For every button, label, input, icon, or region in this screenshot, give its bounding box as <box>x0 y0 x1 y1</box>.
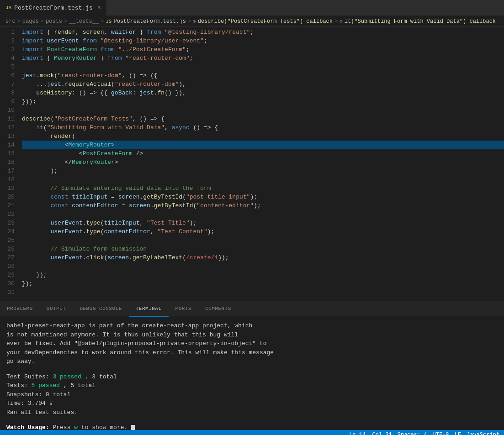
tab-ports[interactable]: PORTS <box>169 301 199 317</box>
code-line <box>22 236 504 245</box>
breadcrumb: src > pages > posts > __tests__ > JS Pos… <box>0 16 504 27</box>
bc-posts: posts <box>46 18 62 25</box>
code-line: jest.mock("react-router-dom", () => ({ <box>22 71 504 80</box>
bc-it: it("Submitting Form with Valid Data") ca… <box>345 18 496 25</box>
terminal-tests: Tests: 5 passed , 5 total <box>6 381 498 390</box>
tab-debug-console[interactable]: DEBUG CONSOLE <box>73 301 128 317</box>
terminal-suites: Test Suites: 3 passed , 3 total <box>6 372 498 382</box>
terminal-output-1: babel-preset-react-app is part of the cr… <box>6 321 498 330</box>
code-line: import { render, screen, waitFor } from … <box>22 28 504 37</box>
bc-tests: __tests__ <box>69 18 99 25</box>
terminal-time: Time: 3.704 s <box>6 399 498 408</box>
code-line: import PostCreateForm from "../PostCreat… <box>22 45 504 54</box>
panel-area: PROBLEMS OUTPUT DEBUG CONSOLE TERMINAL P… <box>0 301 504 430</box>
status-position: Ln 14, Col 31 <box>349 432 392 435</box>
code-line: }); <box>22 279 504 288</box>
terminal-ran: Ran all test suites. <box>6 408 498 417</box>
code-line: })); <box>22 97 504 106</box>
status-encoding: UTF-8 <box>433 432 449 435</box>
code-line: // Simulate entering valid data into the… <box>22 184 504 193</box>
panel-tabs: PROBLEMS OUTPUT DEBUG CONSOLE TERMINAL P… <box>0 301 504 317</box>
terminal-output-3: ever be fixed. Add "@babel/plugin-propos… <box>6 339 498 348</box>
code-line: import userEvent from "@testing-library/… <box>22 37 504 45</box>
terminal-blank2 <box>6 417 498 423</box>
code-line <box>22 63 504 71</box>
terminal-content: babel-preset-react-app is part of the cr… <box>0 317 504 430</box>
code-line-highlighted: <MemoryRouter> <box>22 141 504 149</box>
code-line: it("Submitting Form with Valid Data", as… <box>22 123 504 132</box>
code-line: // Simulate form submission <box>22 245 504 253</box>
editor: 1 2 3 4 5 6 7 8 9 10 11 12 13 14 15 16 1… <box>0 27 504 301</box>
code-line: userEvent.type(titleInput, "Test Title")… <box>22 219 504 227</box>
tab-terminal[interactable]: TERMINAL <box>129 301 169 317</box>
tab-output[interactable]: OUTPUT <box>40 301 73 317</box>
terminal-output-4: your devDependencies to work around this… <box>6 348 498 357</box>
bc-pages: pages <box>22 18 39 25</box>
code-line: render( <box>22 132 504 141</box>
status-spaces: Spaces: 4 <box>398 432 427 435</box>
terminal-cursor <box>131 425 135 430</box>
code-line: useHistory: () => ({ goBack: jest.fn() }… <box>22 89 504 97</box>
code-line: ...jest.requireActual("react-router-dom"… <box>22 80 504 89</box>
bc-filename: PostCreateForm.test.js <box>113 18 186 25</box>
code-line <box>22 262 504 271</box>
bc-src: src <box>5 18 16 25</box>
code-line: }); <box>22 271 504 279</box>
bc-describe: describe("PostCreateForm Tests") callbac… <box>198 18 333 25</box>
tab-problems[interactable]: PROBLEMS <box>0 301 40 317</box>
bc-it-icon: ⊙ <box>340 18 343 24</box>
code-line: </MemoryRouter> <box>22 158 504 167</box>
bc-js-icon: JS <box>106 19 111 24</box>
close-tab-button[interactable]: × <box>97 4 101 11</box>
code-line: import { MemoryRouter } from "react-rout… <box>22 54 504 63</box>
terminal-snapshots: Snapshots: 0 total <box>6 390 498 399</box>
tab-bar: JS PostCreateForm.test.js × <box>0 0 504 16</box>
status-eol: LF <box>455 432 461 435</box>
code-line <box>22 288 504 297</box>
file-tab[interactable]: JS PostCreateForm.test.js × <box>0 0 107 16</box>
status-language: JavaScript <box>467 432 499 435</box>
js-icon: JS <box>5 5 11 10</box>
code-line: const titleInput = screen.getByTestId("p… <box>22 193 504 201</box>
code-line: <PostCreateForm /> <box>22 149 504 158</box>
tab-comments[interactable]: COMMENTS <box>198 301 238 317</box>
code-line: describe("PostCreateForm Tests", () => { <box>22 115 504 123</box>
terminal-output-5: go away. <box>6 357 498 366</box>
code-line: ); <box>22 167 504 175</box>
code-line <box>22 175 504 184</box>
code-line <box>22 210 504 219</box>
code-line: const contentEditor = screen.getByTestId… <box>22 201 504 210</box>
code-line: userEvent.click(screen.getByLabelText(/c… <box>22 253 504 262</box>
status-bar: Ln 14, Col 31 Spaces: 4 UTF-8 LF JavaScr… <box>0 430 504 435</box>
bc-describe-icon: ⊙ <box>193 18 196 24</box>
terminal-blank <box>6 366 498 372</box>
terminal-output-2: is not maintianed anymore. It is thus un… <box>6 330 498 340</box>
code-line: userEvent.type(contentEditor, "Test Cont… <box>22 227 504 236</box>
terminal-watch: Watch Usage: Press w to show more. <box>6 423 498 430</box>
code-line <box>22 106 504 115</box>
code-editor[interactable]: import { render, screen, waitFor } from … <box>18 27 504 301</box>
tab-label: PostCreateForm.test.js <box>14 5 93 11</box>
line-numbers: 1 2 3 4 5 6 7 8 9 10 11 12 13 14 15 16 1… <box>0 27 18 301</box>
